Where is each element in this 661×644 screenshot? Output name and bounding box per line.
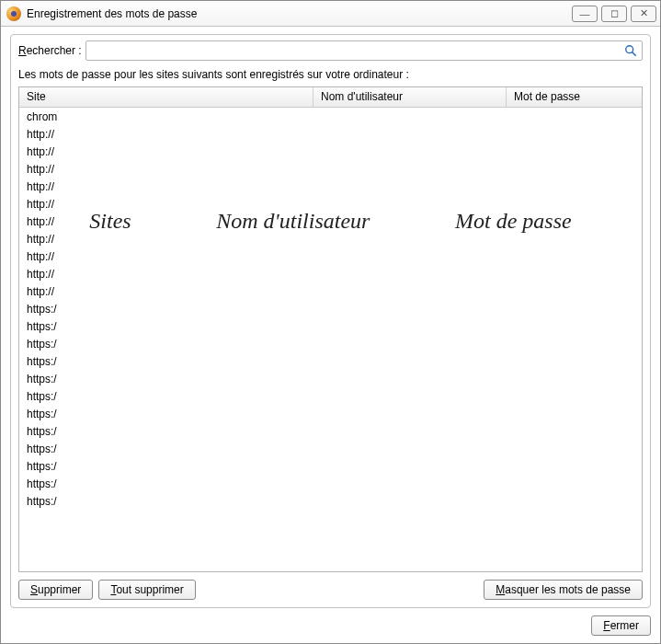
close-row: Fermer — [10, 615, 651, 636]
table-row[interactable]: https:/ — [19, 405, 642, 422]
table-row[interactable]: http:// — [19, 178, 642, 195]
content-area: Rechercher : Les mots de passe pour les … — [1, 27, 660, 643]
table-row[interactable]: https:/ — [19, 387, 642, 405]
table-row[interactable]: http:// — [19, 125, 642, 143]
cell-site: chrom — [19, 110, 313, 123]
cell-site: http:// — [19, 215, 313, 228]
table-row[interactable]: http:// — [19, 282, 642, 300]
table-row[interactable]: https:/ — [19, 300, 642, 317]
maximize-button[interactable]: ◻ — [601, 6, 627, 22]
password-manager-window: Enregistrement des mots de passe — ◻ ✕ R… — [0, 0, 661, 644]
table-row[interactable]: http:// — [19, 265, 642, 282]
titlebar[interactable]: Enregistrement des mots de passe — ◻ ✕ — [1, 1, 660, 27]
description-text: Les mots de passe pour les sites suivant… — [18, 68, 643, 81]
search-field-wrap — [85, 40, 643, 61]
table-row[interactable]: https:/ — [19, 492, 642, 510]
cell-site: http:// — [19, 128, 313, 141]
search-input[interactable] — [86, 41, 642, 60]
inner-panel: Rechercher : Les mots de passe pour les … — [10, 34, 651, 608]
search-icon[interactable] — [623, 43, 638, 58]
cell-site: https:/ — [19, 390, 313, 403]
cell-site: http:// — [19, 250, 313, 263]
cell-site: http:// — [19, 233, 313, 246]
grid-body[interactable]: chromhttp://http://http://http://http://… — [19, 108, 642, 571]
cell-site: http:// — [19, 268, 313, 281]
column-header-pass[interactable]: Mot de passe — [507, 87, 642, 107]
table-row[interactable]: https:/ — [19, 352, 642, 370]
table-row[interactable]: http:// — [19, 195, 642, 213]
delete-all-button[interactable]: Tout supprimer — [98, 580, 195, 600]
cell-site: https:/ — [19, 338, 313, 351]
cell-site: https:/ — [19, 460, 313, 473]
cell-site: http:// — [19, 198, 313, 211]
table-row[interactable]: https:/ — [19, 317, 642, 335]
button-row: Supprimer Tout supprimer Masquer les mot… — [18, 580, 643, 600]
cell-site: https:/ — [19, 443, 313, 455]
close-window-button[interactable]: ✕ — [631, 6, 656, 22]
table-row[interactable]: https:/ — [19, 422, 642, 440]
cell-site: https:/ — [19, 373, 313, 385]
window-title: Enregistrement des mots de passe — [27, 7, 572, 20]
table-row[interactable]: http:// — [19, 213, 642, 230]
cell-site: http:// — [19, 163, 313, 176]
cell-site: http:// — [19, 180, 313, 193]
table-row[interactable]: https:/ — [19, 335, 642, 352]
table-row[interactable]: http:// — [19, 160, 642, 178]
firefox-icon — [6, 6, 21, 21]
close-dialog-button[interactable]: Fermer — [591, 615, 651, 636]
cell-site: https:/ — [19, 303, 313, 316]
cell-site: https:/ — [19, 477, 313, 490]
cell-site: https:/ — [19, 355, 313, 368]
minimize-button[interactable]: — — [572, 6, 598, 22]
search-label: Rechercher : — [18, 44, 82, 57]
grid-header: Site Nom d'utilisateur Mot de passe — [19, 87, 642, 108]
table-row[interactable]: http:// — [19, 143, 642, 160]
cell-site: https:/ — [19, 320, 313, 333]
table-row[interactable]: https:/ — [19, 457, 642, 475]
table-row[interactable]: https:/ — [19, 440, 642, 457]
cell-site: http:// — [19, 145, 313, 158]
cell-site: https:/ — [19, 495, 313, 508]
svg-line-1 — [633, 52, 636, 56]
table-row[interactable]: https:/ — [19, 475, 642, 492]
column-header-site[interactable]: Site — [19, 87, 313, 107]
cell-site: http:// — [19, 285, 313, 298]
table-row[interactable]: https:/ — [19, 370, 642, 387]
password-grid: Site Nom d'utilisateur Mot de passe chro… — [18, 86, 643, 572]
mask-passwords-button[interactable]: Masquer les mots de passe — [484, 580, 643, 600]
table-row[interactable]: chrom — [19, 108, 642, 125]
table-row[interactable]: http:// — [19, 230, 642, 247]
table-row[interactable]: http:// — [19, 247, 642, 265]
cell-site: https:/ — [19, 425, 313, 438]
search-row: Rechercher : — [18, 40, 643, 61]
column-header-user[interactable]: Nom d'utilisateur — [313, 87, 507, 107]
delete-button[interactable]: Supprimer — [18, 580, 93, 600]
cell-site: https:/ — [19, 408, 313, 420]
